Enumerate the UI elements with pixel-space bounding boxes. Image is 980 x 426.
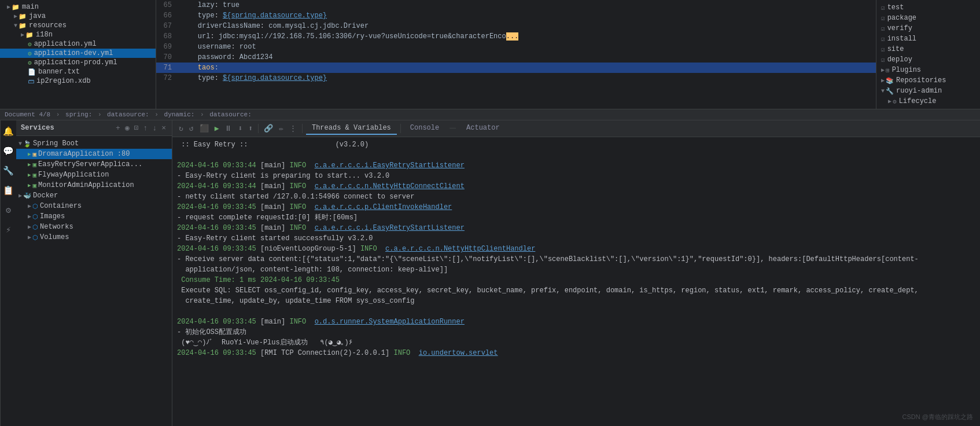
toolbar-up-btn[interactable]: ↑ (142, 123, 149, 133)
tree-item-app-yml[interactable]: ⚙ application.yml (0, 39, 156, 49)
maven-package[interactable]: ☑ package (876, 13, 980, 23)
tree-item-app-dev-yml[interactable]: ⚙ application-dev.yml (0, 49, 156, 58)
console-edit-btn[interactable]: ✏ (277, 123, 285, 134)
code-line-68: 68 url: jdbc:mysql://192.168.75.106:3306… (156, 31, 876, 42)
maven-plugins[interactable]: ▶ ⊞ Plugins (876, 65, 980, 75)
volumes-icon: ⬡ (32, 234, 38, 241)
code-line-67: 67 driverClassName: com.mysql.cj.jdbc.Dr… (156, 21, 876, 31)
tree-item-main[interactable]: ▶ 📁 main (0, 2, 156, 12)
docker-label: Docker (33, 192, 58, 200)
deploy-icon: ☑ (881, 56, 885, 64)
maven-deploy[interactable]: ☑ deploy (876, 54, 980, 65)
tree-item-app-prod-yml[interactable]: ⚙ application-prod.yml (0, 58, 156, 67)
arrow-repos: ▶ (881, 77, 885, 84)
maven-ruoyi-label: ruoyi-admin (896, 87, 942, 95)
line-num-67: 67 (156, 22, 176, 30)
toolbar-close-btn[interactable]: × (160, 123, 167, 133)
tree-item-resources[interactable]: ▼ 📁 resources (0, 21, 156, 30)
console-tab-threads[interactable]: Threads & Variables (306, 122, 397, 135)
toolbar-eye-btn[interactable]: ◉ (124, 123, 131, 133)
console-tab-actuator[interactable]: Actuator (460, 122, 506, 135)
arrow-docker: ▶ (19, 192, 22, 199)
console-more-btn[interactable]: ⋮ (288, 123, 299, 134)
code-line-66: 66 type: ${spring.datasource.type} (156, 10, 876, 21)
tree-item-ip2region[interactable]: 🗃 ip2region.xdb (0, 76, 156, 86)
spring-boot-icon: 🍃 (23, 140, 31, 148)
console-restart-btn[interactable]: ↻ (177, 123, 185, 134)
console-stop-btn[interactable]: ⬛ (198, 123, 211, 134)
docker-containers[interactable]: ▶ ⬡ Containers (16, 201, 172, 211)
spring-boot-group[interactable]: ▼ 🍃 Spring Boot (16, 138, 172, 149)
line-num-70: 70 (156, 53, 176, 61)
tree-item-java[interactable]: ▶ 📁 java (0, 12, 156, 21)
images-label: Images (40, 212, 65, 221)
line-content-65: lazy: true (176, 1, 876, 9)
console-step-over-btn[interactable]: ⬇ (236, 123, 244, 134)
maven-repos-label: Repositories (896, 76, 946, 85)
volumes-label: Volumes (40, 233, 69, 241)
services-toolbar: + ◉ ⊡ ↑ ↓ × (115, 123, 167, 133)
maven-install[interactable]: ☑ install (876, 34, 980, 44)
app-icon-dromara: ▣ (32, 150, 36, 158)
console-pause-btn[interactable]: ⏸ (223, 123, 234, 134)
app-icon-flyway: ▣ (32, 171, 36, 179)
maven-site[interactable]: ☑ site (876, 44, 980, 54)
toolbar-group-btn[interactable]: ⊡ (133, 123, 140, 133)
maven-verify[interactable]: ☑ verify (876, 23, 980, 34)
console-step-up-btn[interactable]: ⬆ (246, 123, 255, 134)
folder-icon-main: 📁 (12, 3, 20, 11)
console-resume-btn[interactable]: ▶ (213, 123, 221, 134)
app-icon-monitor: ▣ (32, 182, 36, 189)
services-panel: Services + ◉ ⊡ ↑ ↓ × ▼ 🍃 Spring Boot ▶ ▣… (16, 120, 172, 426)
folder-icon-resources: 📁 (19, 22, 27, 30)
line-content-70: password: Abcd1234 (176, 53, 876, 61)
maven-test[interactable]: ☑ test (876, 2, 980, 13)
nav-icon-bell[interactable]: 🔔 (2, 125, 15, 138)
nav-icon-tool[interactable]: 🔧 (2, 164, 15, 177)
tree-label-banner: banner.txt (38, 68, 80, 76)
nav-icon-list[interactable]: 📋 (2, 184, 15, 197)
nav-icon-chat[interactable]: 💬 (2, 145, 15, 157)
line-num-68: 68 (156, 32, 176, 41)
line-num-71: 71 (156, 64, 176, 72)
folder-icon-java: 📁 (19, 13, 27, 20)
maven-repositories[interactable]: ▶ 📚 Repositories (876, 75, 980, 86)
service-flyway[interactable]: ▶ ▣ FlywayApplication (16, 170, 172, 180)
console-tab-console[interactable]: Console (404, 122, 445, 135)
service-easyretry[interactable]: ▶ ▣ EasyRetryServerApplica... (16, 159, 172, 170)
console-output[interactable]: :: Easy Retry :: (v3.2.0) 2024-04-16 09:… (172, 137, 980, 426)
maven-ruoyi-admin[interactable]: ▼ 🔧 ruoyi-admin (876, 86, 980, 96)
arrow-networks: ▶ (28, 223, 31, 230)
install-icon: ☑ (881, 35, 885, 43)
maven-lifecycle[interactable]: ▶ ⚙ Lifecycle (876, 96, 980, 106)
docker-icon: 🐳 (23, 192, 31, 200)
log-line-3: 2024-04-16 09:33:45 [main] INFO c.a.e.r.… (177, 202, 975, 223)
bottom-section: 🔔 💬 🔧 📋 ⚙ ⚡ Services + ◉ ⊡ ↑ ↓ × ▼ 🍃 Spr… (0, 120, 980, 426)
log-line-5: 2024-04-16 09:33:45 [nioEventLoopGroup-5… (177, 244, 975, 306)
service-monitor[interactable]: ▶ ▣ MonitorAdminApplication (16, 180, 172, 190)
toolbar-add-btn[interactable]: + (115, 123, 121, 133)
nav-icon-lightning[interactable]: ⚡ (2, 223, 15, 236)
service-dromara-label: DromaraApplication :80 (38, 150, 130, 158)
service-easyretry-label: EasyRetryServerApplica... (38, 160, 142, 168)
breadcrumb-doc: Document 4/8 (5, 111, 50, 118)
docker-networks[interactable]: ▶ ⬡ Networks (16, 222, 172, 232)
docker-group[interactable]: ▶ 🐳 Docker (16, 190, 172, 201)
tree-item-i18n[interactable]: ▶ 📁 i18n (0, 30, 156, 39)
docker-volumes[interactable]: ▶ ⬡ Volumes (16, 232, 172, 243)
toolbar-down-btn[interactable]: ↓ (151, 123, 158, 133)
code-line-71: 71 taos: (156, 63, 876, 73)
tree-item-banner[interactable]: 📄 banner.txt (0, 67, 156, 76)
nav-icon-gear[interactable]: ⚙ (2, 204, 15, 216)
service-dromara[interactable]: ▶ ▣ DromaraApplication :80 (16, 149, 172, 159)
txt-icon-banner: 📄 (28, 68, 36, 76)
code-editor: 65 lazy: true 66 type: ${spring.datasour… (156, 0, 876, 109)
arrow-plugins: ▶ (881, 67, 885, 74)
console-link-btn[interactable]: 🔗 (262, 123, 275, 134)
verify-icon: ☑ (881, 25, 885, 32)
folder-icon-i18n: 📁 (25, 31, 34, 39)
console-rerun-btn[interactable]: ↺ (187, 123, 196, 134)
yml-icon-app: ⚙ (28, 41, 32, 48)
arrow-i18n: ▶ (21, 31, 24, 38)
docker-images[interactable]: ▶ ⬡ Images (16, 211, 172, 222)
